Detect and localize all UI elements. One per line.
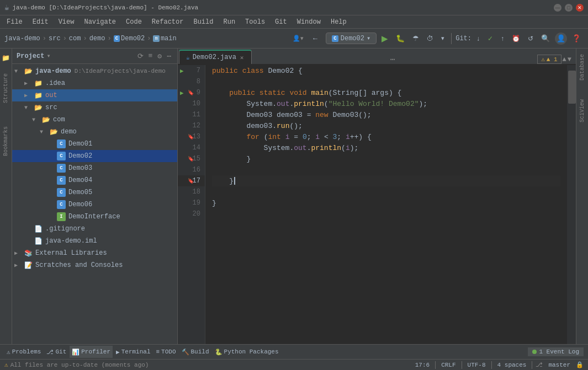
menu-run[interactable]: Run bbox=[219, 17, 240, 27]
toolbar-separator bbox=[451, 33, 452, 44]
bottom-tab-python-packages[interactable]: 🐍 Python Packages bbox=[213, 346, 281, 358]
gutter-row-16: 16 bbox=[178, 164, 205, 175]
project-sync-icon[interactable]: ⟳ bbox=[136, 51, 145, 61]
tree-item-external-libraries[interactable]: ▶ 📚 External Libraries bbox=[12, 247, 177, 259]
project-dropdown-icon[interactable]: ▾ bbox=[46, 52, 50, 60]
debug-button[interactable]: 🐛 bbox=[393, 33, 407, 44]
gutter-row-11: 11 bbox=[178, 109, 205, 120]
project-icon[interactable]: 📁 bbox=[0, 51, 12, 66]
tree-item-gitignore[interactable]: 📄 .gitignore bbox=[12, 223, 177, 235]
tree-item-demo06[interactable]: C Demo06 bbox=[12, 199, 177, 211]
editor-area: ☕ Demo02.java ✕ ⋯ ⚠ ▲ 1 ▲ ▼ bbox=[178, 49, 576, 344]
git-commit-button[interactable]: ✓ bbox=[485, 33, 496, 44]
git-history-button[interactable]: ⏰ bbox=[509, 33, 523, 44]
project-settings-icon[interactable]: ⋯ bbox=[165, 51, 173, 61]
tree-item-out[interactable]: ▶ 📁 out bbox=[12, 89, 177, 101]
menu-file[interactable]: File bbox=[2, 17, 27, 27]
breadcrumb-demo02[interactable]: CDemo02 bbox=[114, 35, 145, 42]
database-panel-label[interactable]: Database bbox=[578, 51, 587, 84]
bottom-tab-git[interactable]: ⎇ Git bbox=[44, 346, 68, 358]
bottom-tab-build[interactable]: 🔨 Build bbox=[179, 346, 211, 358]
settings-button[interactable]: 👤 bbox=[555, 33, 567, 45]
profiler-button[interactable]: ⏱ bbox=[424, 33, 436, 44]
more-run-button[interactable]: ▾ bbox=[438, 33, 447, 44]
tab-close-button[interactable]: ✕ bbox=[239, 54, 245, 61]
tree-item-com[interactable]: ▼ 📂 com bbox=[12, 114, 177, 126]
tree-item-demo04[interactable]: C Demo04 bbox=[12, 174, 177, 186]
tree-item-iml[interactable]: 📄 java-demo.iml bbox=[12, 235, 177, 247]
gutter-row-14: 14 bbox=[178, 142, 205, 153]
title-controls[interactable]: — □ ✕ bbox=[554, 4, 584, 12]
tree-item-src[interactable]: ▼ 📂 src bbox=[12, 101, 177, 114]
tab-menu-button[interactable]: ⋯ bbox=[386, 55, 399, 64]
profile-button[interactable]: 👤▾ bbox=[290, 33, 306, 44]
project-gear-icon[interactable]: ⚙ bbox=[156, 51, 163, 61]
structure-icon[interactable]: Structure bbox=[1, 70, 10, 106]
encoding[interactable]: UTF-8 bbox=[465, 359, 488, 371]
breadcrumb-demo[interactable]: demo bbox=[89, 35, 105, 42]
tree-label-demo05: Demo05 bbox=[68, 189, 92, 196]
help-button[interactable]: ❓ bbox=[569, 33, 584, 44]
run-button[interactable]: ▶ bbox=[379, 32, 391, 45]
back-button[interactable]: ← bbox=[309, 33, 321, 44]
tree-item-scratches[interactable]: ▶ 📝 Scratches and Consoles bbox=[12, 259, 177, 271]
tree-item-demo01[interactable]: C Demo01 bbox=[12, 138, 177, 150]
tree-item-demo05[interactable]: C Demo05 bbox=[12, 186, 177, 199]
git-branch-name[interactable]: master bbox=[546, 359, 573, 371]
scroll-thumb[interactable] bbox=[568, 71, 576, 104]
coverage-button[interactable]: ☂ bbox=[410, 33, 422, 44]
cursor-position[interactable]: 17:6 bbox=[413, 359, 432, 371]
menu-refactor[interactable]: Refactor bbox=[147, 17, 188, 27]
menu-tools[interactable]: Tools bbox=[241, 17, 269, 27]
git-rollback-button[interactable]: ↺ bbox=[525, 33, 536, 44]
maximize-button[interactable]: □ bbox=[565, 4, 573, 12]
breadcrumb-project[interactable]: java-demo bbox=[4, 35, 40, 42]
minimize-button[interactable]: — bbox=[554, 4, 561, 12]
bottom-tab-terminal[interactable]: ▶ Terminal bbox=[114, 346, 152, 358]
tree-item-idea[interactable]: ▶ 📁 .idea bbox=[12, 77, 177, 89]
search-everywhere-button[interactable]: 🔍 bbox=[538, 33, 553, 44]
editor-notification-badge[interactable]: ⚠ ▲ 1 bbox=[537, 55, 561, 64]
folder-icon-src: 📂 bbox=[33, 103, 43, 112]
tree-item-demo[interactable]: ▼ 📂 demo bbox=[12, 126, 177, 138]
event-log-button[interactable]: 1 Event Log bbox=[528, 347, 584, 356]
tree-item-demo02[interactable]: C Demo02 bbox=[12, 150, 177, 162]
code-editor[interactable]: ▶ 7 8 ▶ 🔖 9 10 bbox=[178, 65, 576, 344]
line-separator[interactable]: CRLF bbox=[439, 359, 458, 371]
bottom-tab-todo[interactable]: ≡ TODO bbox=[154, 346, 178, 358]
python-packages-label: Python Packages bbox=[224, 348, 279, 355]
menu-edit[interactable]: Edit bbox=[28, 17, 53, 27]
bottom-tab-profiler[interactable]: 📊 Profiler bbox=[70, 346, 113, 358]
code-content[interactable]: public class Demo02 { public static bbox=[205, 65, 567, 344]
bookmarks-icon[interactable]: Bookmarks bbox=[1, 123, 10, 159]
menu-view[interactable]: View bbox=[54, 17, 79, 27]
run-config[interactable]: C Demo02 ▾ bbox=[326, 33, 377, 44]
breadcrumb-main[interactable]: mmain bbox=[153, 35, 176, 42]
right-panels: Database SciView bbox=[576, 49, 588, 344]
breadcrumb-src[interactable]: src bbox=[49, 35, 61, 42]
menu-build[interactable]: Build bbox=[189, 17, 218, 27]
menu-navigate[interactable]: Navigate bbox=[80, 17, 120, 27]
gutter-row-13: 🔖 13 bbox=[178, 131, 205, 142]
menu-help[interactable]: Help bbox=[326, 17, 351, 27]
tree-item-root[interactable]: ▼ 📂 java-demo D:\IdeaProjects\java-demo bbox=[12, 65, 177, 77]
code-line-12: demo03. run (); bbox=[212, 120, 560, 131]
bottom-tab-problems[interactable]: ⚠ Problems bbox=[4, 346, 43, 358]
menu-git[interactable]: Git bbox=[271, 17, 292, 27]
tree-item-demo03[interactable]: C Demo03 bbox=[12, 162, 177, 174]
git-update-button[interactable]: ↓ bbox=[474, 33, 483, 44]
project-collapse-icon[interactable]: ≡ bbox=[147, 51, 155, 61]
close-button[interactable]: ✕ bbox=[576, 4, 584, 12]
editor-tab-demo02[interactable]: ☕ Demo02.java ✕ bbox=[179, 50, 252, 64]
menu-window[interactable]: Window bbox=[293, 17, 325, 27]
tree-item-demointerface[interactable]: I DemoInterface bbox=[12, 211, 177, 223]
breadcrumb-com[interactable]: com bbox=[69, 35, 81, 42]
git-push-button[interactable]: ↑ bbox=[498, 33, 507, 44]
expand-notification-icon[interactable]: ▲ bbox=[563, 56, 566, 63]
project-tree: ▼ 📂 java-demo D:\IdeaProjects\java-demo … bbox=[12, 64, 177, 344]
menu-code[interactable]: Code bbox=[121, 17, 146, 27]
sciview-panel-label[interactable]: SciView bbox=[578, 96, 587, 126]
tree-label-scratches: Scratches and Consoles bbox=[35, 261, 123, 269]
indent-setting[interactable]: 4 spaces bbox=[495, 359, 529, 371]
collapse-notification-icon[interactable]: ▼ bbox=[568, 56, 571, 63]
